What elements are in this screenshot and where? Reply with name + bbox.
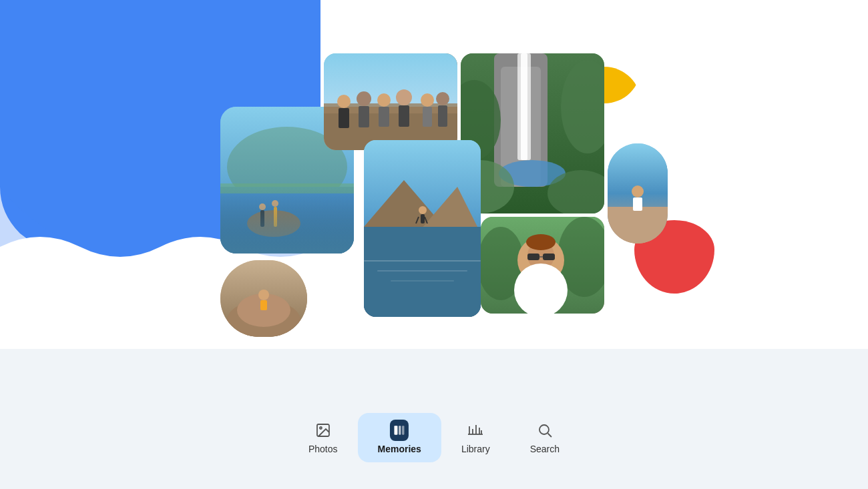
svg-point-8 [272,200,278,207]
photo-selfie-woman [481,217,604,314]
svg-rect-3 [220,183,354,193]
tab-photos-label: Photos [308,444,338,454]
tab-memories[interactable]: Memories [358,413,441,462]
svg-rect-23 [438,105,447,127]
svg-rect-39 [421,214,425,223]
photos-icon [314,421,333,440]
svg-rect-68 [402,426,404,434]
svg-rect-43 [377,270,467,272]
tab-search[interactable]: Search [510,413,580,462]
svg-rect-17 [379,107,389,127]
tab-library-label: Library [461,444,490,454]
svg-rect-60 [543,254,555,260]
svg-point-12 [337,95,351,108]
svg-rect-2 [220,187,354,254]
svg-point-75 [539,425,549,434]
svg-rect-21 [423,107,432,127]
svg-rect-44 [391,280,454,282]
svg-rect-66 [395,426,398,434]
tab-bar: Photos Memories Lib [288,413,580,462]
svg-point-48 [258,290,269,300]
tab-library[interactable]: Library [441,413,510,462]
photo-group [324,53,457,150]
memories-icon [390,421,409,440]
svg-rect-13 [339,108,349,128]
search-icon [535,421,554,440]
photo-sitting-woman [608,143,668,243]
svg-line-76 [548,434,552,438]
svg-point-65 [320,427,322,429]
photo-person-rock [220,260,307,337]
svg-rect-19 [399,105,409,127]
svg-rect-5 [260,210,264,227]
photo-collage [220,53,674,340]
svg-point-6 [259,203,266,210]
svg-rect-7 [274,207,277,227]
svg-point-14 [357,91,371,106]
svg-point-16 [377,93,391,107]
photo-waterfall [461,53,604,213]
svg-rect-67 [399,426,401,434]
svg-rect-37 [364,227,481,317]
svg-point-38 [419,206,427,214]
svg-rect-51 [608,207,668,243]
svg-point-62 [526,234,556,250]
svg-rect-49 [260,300,267,310]
svg-rect-42 [364,260,481,262]
svg-point-20 [421,93,434,107]
svg-rect-28 [521,53,527,160]
svg-rect-15 [359,106,369,127]
tab-memories-label: Memories [378,444,421,454]
svg-point-4 [247,210,300,237]
svg-point-18 [396,89,412,105]
svg-point-52 [632,185,644,197]
svg-point-22 [436,92,449,105]
photo-cliff-diver [364,140,481,317]
wave-background [0,336,868,489]
tab-search-label: Search [530,444,560,454]
library-icon [466,421,485,440]
svg-rect-53 [633,197,642,211]
svg-rect-59 [527,254,539,260]
tab-photos[interactable]: Photos [288,413,358,462]
